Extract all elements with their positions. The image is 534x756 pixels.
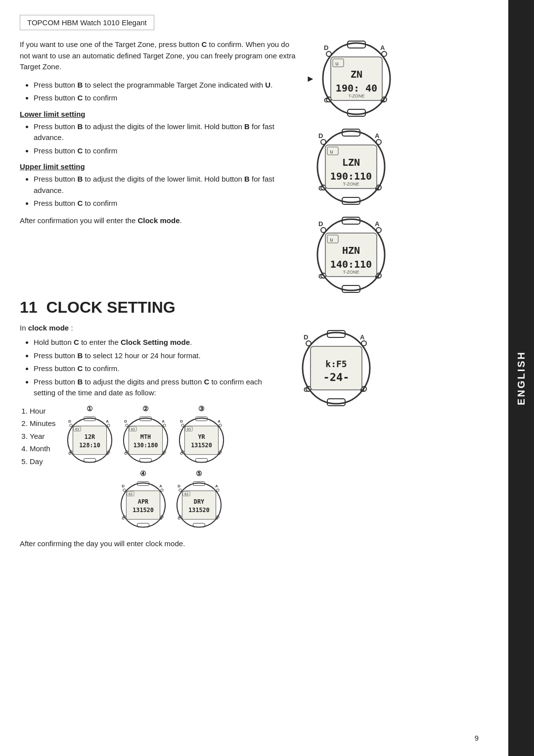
- text-column: If you want to use one of the Target Zon…: [20, 39, 297, 294]
- num-3: Year: [30, 430, 56, 443]
- svg-point-105: [160, 489, 163, 491]
- svg-text:T-ZONE: T-ZONE: [343, 182, 359, 187]
- numbered-diagram-section: Hour Minutes Year Month Day ①: [20, 405, 282, 530]
- svg-point-87: [181, 424, 183, 426]
- num-5: Day: [30, 455, 56, 468]
- svg-text:HZN: HZN: [342, 244, 360, 256]
- svg-text:131520: 131520: [188, 507, 210, 514]
- upper-limit-heading: Upper limit setting: [20, 162, 297, 171]
- svg-text:LZN: LZN: [342, 156, 360, 168]
- svg-point-137: [361, 341, 366, 346]
- svg-text:A: A: [360, 333, 365, 341]
- clock-bullet-3: Press button C to confirm.: [34, 363, 282, 375]
- small-watch-1: D A C B: [64, 414, 116, 466]
- svg-point-121: [216, 489, 219, 491]
- svg-text:03: 03: [75, 427, 79, 431]
- svg-text:03: 03: [184, 492, 188, 496]
- svg-point-21: [321, 140, 326, 144]
- svg-text:k:F5: k:F5: [325, 359, 347, 369]
- svg-point-73: [163, 424, 165, 426]
- diagram-watch-3: ③ D A C: [176, 405, 227, 466]
- watch-3: D A C B u HZN 140:110 T-ZONE: [312, 215, 391, 294]
- svg-text:A: A: [380, 44, 385, 51]
- clock-bullet-2: Press button B to select 12 hour or 24 h…: [34, 350, 282, 362]
- svg-rect-36: [342, 285, 360, 292]
- watch-clock-24h: D A C B k:F5 -24-: [297, 329, 376, 408]
- arrow-indicator: ►: [306, 74, 315, 84]
- num-1: Hour: [30, 405, 56, 418]
- svg-text:APR: APR: [137, 498, 148, 505]
- diagram-row-1: ① D A C: [64, 405, 227, 466]
- small-watch-5: D A C B 03: [173, 478, 225, 530]
- main-content: TOPCOM HBM Watch 1010 Elegant If you wan…: [0, 0, 508, 756]
- watch-1-wrapper: ► D A C: [306, 39, 396, 118]
- svg-rect-133: [327, 399, 345, 406]
- sidebar: ENGLISH: [508, 0, 534, 756]
- svg-text:128:10: 128:10: [79, 442, 100, 449]
- svg-text:D: D: [318, 220, 323, 228]
- clock-section: In clock mode : Hold button C to enter t…: [20, 324, 489, 559]
- page-number: 9: [475, 734, 479, 742]
- svg-text:D: D: [122, 484, 125, 488]
- svg-point-40: [376, 228, 381, 233]
- svg-rect-18: [342, 129, 360, 136]
- svg-text:D: D: [178, 484, 180, 488]
- diagram-watch-2: ② D A C: [120, 405, 172, 466]
- after-confirm-text: After confirmation you will enter the Cl…: [20, 215, 297, 227]
- svg-text:190: 40: 190: 40: [336, 82, 377, 94]
- svg-point-6: [382, 51, 387, 56]
- clock-bullets: Hold button C to enter the Clock Setting…: [34, 337, 282, 399]
- clock-bullet-4: Press button B to adjust the digits and …: [34, 377, 282, 399]
- svg-text:D: D: [318, 132, 323, 140]
- diagram-watch-1: ① D A C: [64, 405, 116, 466]
- num-2: Minutes: [30, 417, 56, 430]
- numbered-list: Hour Minutes Year Month Day: [30, 405, 56, 468]
- svg-text:DRY: DRY: [193, 498, 204, 505]
- diagram-num-3: ③: [198, 405, 205, 413]
- svg-text:130:180: 130:180: [133, 442, 158, 449]
- svg-point-23: [376, 140, 381, 144]
- diagram-row-2: ④ D A C: [117, 470, 227, 530]
- svg-text:-24-: -24-: [323, 371, 350, 383]
- after-day-text: After confirming the day you will enter …: [20, 538, 282, 550]
- svg-text:D: D: [180, 419, 183, 424]
- svg-text:u: u: [330, 236, 333, 243]
- svg-text:03: 03: [131, 427, 135, 431]
- svg-text:140:110: 140:110: [330, 258, 372, 270]
- small-watch-diagrams: ① D A C: [64, 405, 227, 530]
- svg-text:MTH: MTH: [140, 433, 150, 440]
- svg-text:u: u: [330, 148, 333, 155]
- svg-text:u: u: [335, 60, 339, 67]
- svg-text:12R: 12R: [84, 433, 95, 440]
- svg-text:A: A: [215, 484, 218, 488]
- svg-rect-19: [342, 197, 360, 204]
- diagram-num-2: ②: [142, 405, 149, 413]
- svg-text:03: 03: [187, 427, 191, 431]
- num-4: Month: [30, 442, 56, 455]
- svg-rect-1: [348, 41, 365, 48]
- svg-point-4: [326, 51, 331, 56]
- clock-bullet-1: Hold button C to enter the Clock Setting…: [34, 337, 282, 348]
- diagram-num-4: ④: [140, 470, 146, 477]
- svg-rect-132: [327, 331, 345, 337]
- clock-watch-column: D A C B k:F5 -24-: [287, 324, 386, 559]
- svg-text:A: A: [218, 419, 221, 424]
- chapter-title: 11 CLOCK SETTING: [20, 298, 489, 317]
- intro-bullets: Press button B to select the programmabl…: [34, 80, 297, 104]
- clock-text-column: In clock mode : Hold button C to enter t…: [20, 324, 282, 559]
- svg-text:T-ZONE: T-ZONE: [348, 94, 364, 98]
- svg-point-71: [125, 424, 128, 426]
- small-watch-4: D A C B 03: [117, 478, 169, 530]
- lower-bullet-1: Press button B to adjust the digits of t…: [34, 121, 297, 143]
- diagram-num-1: ①: [87, 405, 93, 413]
- svg-text:131520: 131520: [191, 442, 212, 449]
- svg-text:A: A: [375, 220, 380, 228]
- small-watch-2: D A C B 03: [120, 414, 172, 466]
- svg-text:D: D: [324, 44, 328, 51]
- diagram-watch-4: ④ D A C: [117, 470, 169, 530]
- bullet-1: Press button B to select the programmabl…: [34, 80, 297, 91]
- watch-column: ► D A C: [302, 39, 400, 294]
- svg-point-103: [123, 489, 125, 491]
- svg-point-89: [219, 424, 221, 426]
- svg-text:A: A: [162, 419, 165, 424]
